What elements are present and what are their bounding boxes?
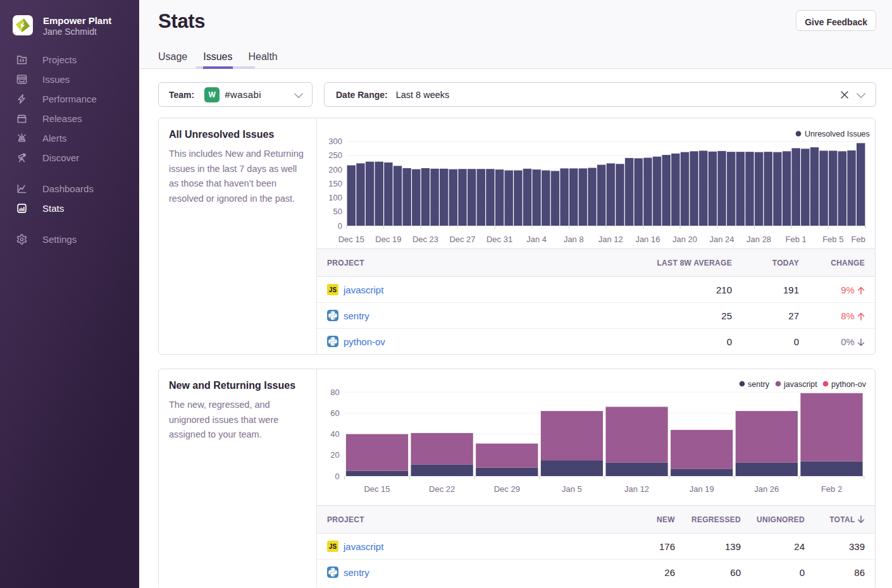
svg-text:Jan 12: Jan 12 [624,484,649,494]
svg-text:Jan 8: Jan 8 [564,235,584,244]
svg-text:50: 50 [333,207,342,216]
svg-text:Jan 28: Jan 28 [746,235,771,244]
svg-text:Dec 29: Dec 29 [494,484,520,494]
svg-text:200: 200 [328,165,342,175]
svg-text:Feb: Feb [852,235,865,244]
svg-text:Jan 20: Jan 20 [672,235,697,244]
svg-text:Dec 31: Dec 31 [486,235,512,244]
svg-text:0: 0 [338,221,342,231]
svg-text:Jan 12: Jan 12 [598,235,623,244]
svg-text:150: 150 [328,179,342,188]
svg-text:60: 60 [330,408,339,418]
svg-text:Dec 23: Dec 23 [412,235,438,244]
svg-text:Dec 15: Dec 15 [364,484,390,494]
svg-text:80: 80 [330,388,339,397]
svg-text:Dec 22: Dec 22 [429,484,455,494]
svg-text:20: 20 [330,450,339,460]
svg-text:Feb 5: Feb 5 [822,235,843,244]
svg-text:Jan 16: Jan 16 [635,235,660,244]
svg-text:Jan 19: Jan 19 [690,484,714,494]
svg-text:Feb 1: Feb 1 [786,235,807,244]
svg-text:Dec 27: Dec 27 [449,235,475,244]
svg-text:Jan 4: Jan 4 [526,235,547,244]
svg-text:250: 250 [328,150,342,160]
svg-text:Dec 19: Dec 19 [375,235,401,244]
svg-text:Unresolved Issues: Unresolved Issues [805,130,870,138]
svg-text:Jan 5: Jan 5 [562,484,582,494]
svg-text:python-ov: python-ov [831,380,867,389]
svg-text:Feb 2: Feb 2 [821,484,842,494]
svg-text:javascript: javascript [783,380,817,389]
svg-text:100: 100 [328,193,342,202]
svg-text:0: 0 [335,472,339,481]
svg-text:Jan 26: Jan 26 [754,484,779,494]
svg-text:40: 40 [330,429,339,439]
svg-text:sentry: sentry [748,380,770,389]
svg-text:300: 300 [328,137,342,146]
svg-text:Dec 15: Dec 15 [338,235,364,244]
svg-text:Jan 24: Jan 24 [709,235,734,244]
